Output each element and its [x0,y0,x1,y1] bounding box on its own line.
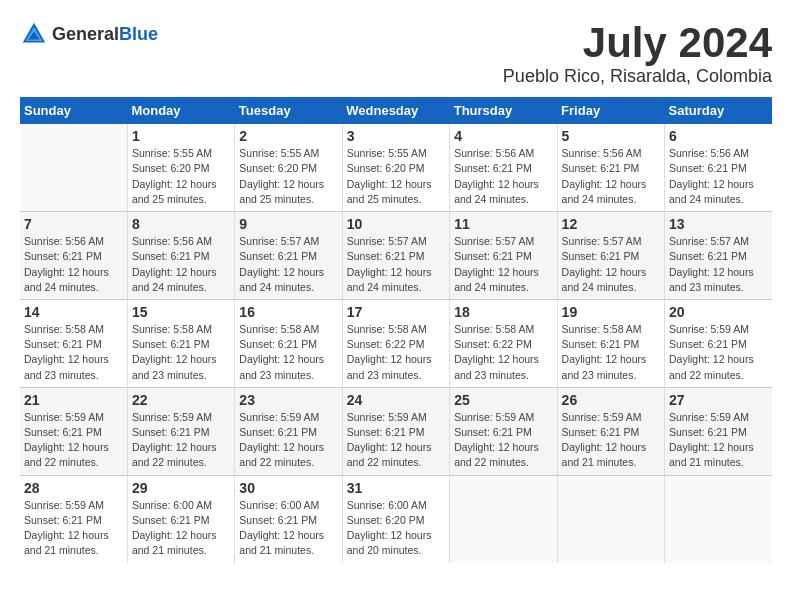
day-number: 18 [454,304,552,320]
day-info: Sunrise: 5:59 AM Sunset: 6:21 PM Dayligh… [24,498,123,559]
day-info: Sunrise: 5:58 AM Sunset: 6:21 PM Dayligh… [239,322,337,383]
calendar-cell: 14Sunrise: 5:58 AM Sunset: 6:21 PM Dayli… [20,299,127,387]
calendar-cell: 21Sunrise: 5:59 AM Sunset: 6:21 PM Dayli… [20,387,127,475]
day-number: 17 [347,304,445,320]
calendar-cell: 31Sunrise: 6:00 AM Sunset: 6:20 PM Dayli… [342,475,449,562]
day-number: 16 [239,304,337,320]
day-header-saturday: Saturday [665,97,772,124]
day-info: Sunrise: 5:58 AM Sunset: 6:22 PM Dayligh… [454,322,552,383]
logo-icon [20,20,48,48]
day-number: 9 [239,216,337,232]
calendar-cell: 4Sunrise: 5:56 AM Sunset: 6:21 PM Daylig… [450,124,557,211]
day-info: Sunrise: 5:57 AM Sunset: 6:21 PM Dayligh… [347,234,445,295]
day-number: 19 [562,304,660,320]
day-number: 15 [132,304,230,320]
calendar-cell: 5Sunrise: 5:56 AM Sunset: 6:21 PM Daylig… [557,124,664,211]
week-row-5: 28Sunrise: 5:59 AM Sunset: 6:21 PM Dayli… [20,475,772,562]
header: GeneralBlue July 2024 Pueblo Rico, Risar… [20,20,772,87]
calendar-cell: 15Sunrise: 5:58 AM Sunset: 6:21 PM Dayli… [127,299,234,387]
day-info: Sunrise: 5:57 AM Sunset: 6:21 PM Dayligh… [562,234,660,295]
logo-general: General [52,24,119,44]
calendar-cell: 7Sunrise: 5:56 AM Sunset: 6:21 PM Daylig… [20,212,127,300]
calendar-cell: 11Sunrise: 5:57 AM Sunset: 6:21 PM Dayli… [450,212,557,300]
day-info: Sunrise: 5:55 AM Sunset: 6:20 PM Dayligh… [347,146,445,207]
calendar-title: July 2024 [503,20,772,66]
day-info: Sunrise: 5:58 AM Sunset: 6:21 PM Dayligh… [562,322,660,383]
day-number: 13 [669,216,768,232]
day-number: 31 [347,480,445,496]
day-info: Sunrise: 5:59 AM Sunset: 6:21 PM Dayligh… [454,410,552,471]
day-info: Sunrise: 6:00 AM Sunset: 6:20 PM Dayligh… [347,498,445,559]
day-number: 12 [562,216,660,232]
day-info: Sunrise: 5:59 AM Sunset: 6:21 PM Dayligh… [24,410,123,471]
calendar-cell [20,124,127,211]
week-row-3: 14Sunrise: 5:58 AM Sunset: 6:21 PM Dayli… [20,299,772,387]
day-number: 24 [347,392,445,408]
calendar-cell: 12Sunrise: 5:57 AM Sunset: 6:21 PM Dayli… [557,212,664,300]
calendar-cell: 18Sunrise: 5:58 AM Sunset: 6:22 PM Dayli… [450,299,557,387]
calendar-table: SundayMondayTuesdayWednesdayThursdayFrid… [20,97,772,562]
day-number: 1 [132,128,230,144]
day-number: 22 [132,392,230,408]
day-number: 2 [239,128,337,144]
day-number: 29 [132,480,230,496]
calendar-cell: 16Sunrise: 5:58 AM Sunset: 6:21 PM Dayli… [235,299,342,387]
day-info: Sunrise: 5:59 AM Sunset: 6:21 PM Dayligh… [562,410,660,471]
day-header-tuesday: Tuesday [235,97,342,124]
day-info: Sunrise: 5:57 AM Sunset: 6:21 PM Dayligh… [239,234,337,295]
day-header-sunday: Sunday [20,97,127,124]
day-number: 5 [562,128,660,144]
calendar-cell [557,475,664,562]
day-info: Sunrise: 5:59 AM Sunset: 6:21 PM Dayligh… [669,410,768,471]
calendar-cell: 2Sunrise: 5:55 AM Sunset: 6:20 PM Daylig… [235,124,342,211]
day-number: 23 [239,392,337,408]
calendar-cell: 6Sunrise: 5:56 AM Sunset: 6:21 PM Daylig… [665,124,772,211]
calendar-cell: 23Sunrise: 5:59 AM Sunset: 6:21 PM Dayli… [235,387,342,475]
day-info: Sunrise: 5:57 AM Sunset: 6:21 PM Dayligh… [454,234,552,295]
calendar-subtitle: Pueblo Rico, Risaralda, Colombia [503,66,772,87]
day-info: Sunrise: 5:58 AM Sunset: 6:21 PM Dayligh… [24,322,123,383]
day-header-monday: Monday [127,97,234,124]
logo-text: GeneralBlue [52,24,158,45]
calendar-cell [450,475,557,562]
day-number: 27 [669,392,768,408]
day-info: Sunrise: 5:56 AM Sunset: 6:21 PM Dayligh… [669,146,768,207]
day-info: Sunrise: 5:59 AM Sunset: 6:21 PM Dayligh… [669,322,768,383]
calendar-cell: 26Sunrise: 5:59 AM Sunset: 6:21 PM Dayli… [557,387,664,475]
day-info: Sunrise: 5:59 AM Sunset: 6:21 PM Dayligh… [239,410,337,471]
day-info: Sunrise: 6:00 AM Sunset: 6:21 PM Dayligh… [239,498,337,559]
day-info: Sunrise: 5:57 AM Sunset: 6:21 PM Dayligh… [669,234,768,295]
day-info: Sunrise: 5:59 AM Sunset: 6:21 PM Dayligh… [347,410,445,471]
day-info: Sunrise: 5:58 AM Sunset: 6:21 PM Dayligh… [132,322,230,383]
day-number: 25 [454,392,552,408]
day-info: Sunrise: 5:56 AM Sunset: 6:21 PM Dayligh… [132,234,230,295]
calendar-cell: 9Sunrise: 5:57 AM Sunset: 6:21 PM Daylig… [235,212,342,300]
title-area: July 2024 Pueblo Rico, Risaralda, Colomb… [503,20,772,87]
calendar-cell: 20Sunrise: 5:59 AM Sunset: 6:21 PM Dayli… [665,299,772,387]
week-row-4: 21Sunrise: 5:59 AM Sunset: 6:21 PM Dayli… [20,387,772,475]
calendar-cell: 28Sunrise: 5:59 AM Sunset: 6:21 PM Dayli… [20,475,127,562]
calendar-cell: 17Sunrise: 5:58 AM Sunset: 6:22 PM Dayli… [342,299,449,387]
day-number: 21 [24,392,123,408]
day-number: 30 [239,480,337,496]
day-number: 4 [454,128,552,144]
calendar-cell: 10Sunrise: 5:57 AM Sunset: 6:21 PM Dayli… [342,212,449,300]
calendar-cell: 30Sunrise: 6:00 AM Sunset: 6:21 PM Dayli… [235,475,342,562]
day-number: 28 [24,480,123,496]
calendar-cell: 25Sunrise: 5:59 AM Sunset: 6:21 PM Dayli… [450,387,557,475]
day-header-wednesday: Wednesday [342,97,449,124]
calendar-cell: 3Sunrise: 5:55 AM Sunset: 6:20 PM Daylig… [342,124,449,211]
logo: GeneralBlue [20,20,158,48]
day-info: Sunrise: 5:55 AM Sunset: 6:20 PM Dayligh… [132,146,230,207]
day-info: Sunrise: 5:56 AM Sunset: 6:21 PM Dayligh… [24,234,123,295]
logo-blue: Blue [119,24,158,44]
day-number: 26 [562,392,660,408]
day-number: 14 [24,304,123,320]
day-number: 11 [454,216,552,232]
day-header-thursday: Thursday [450,97,557,124]
day-number: 8 [132,216,230,232]
day-info: Sunrise: 5:56 AM Sunset: 6:21 PM Dayligh… [562,146,660,207]
day-info: Sunrise: 5:55 AM Sunset: 6:20 PM Dayligh… [239,146,337,207]
day-info: Sunrise: 5:58 AM Sunset: 6:22 PM Dayligh… [347,322,445,383]
day-number: 20 [669,304,768,320]
